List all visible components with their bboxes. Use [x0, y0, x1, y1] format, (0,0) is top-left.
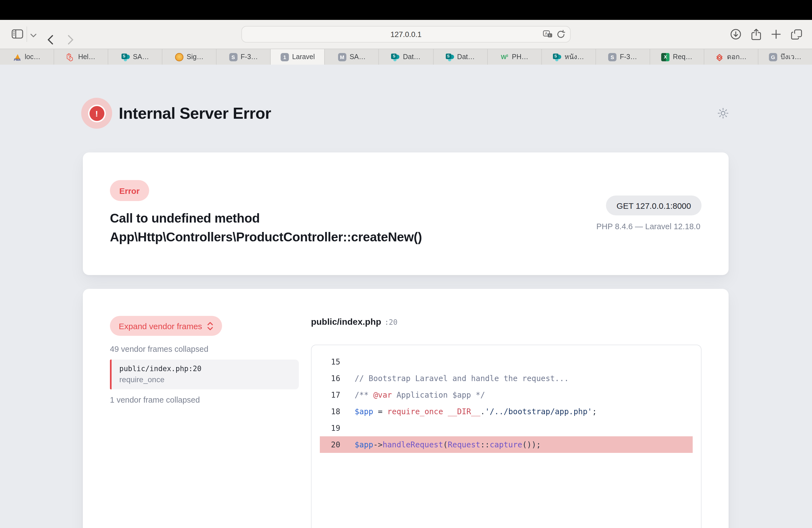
w3schools-icon: W3 — [500, 53, 508, 61]
code-line: 19 — [311, 420, 701, 436]
request-method-badge: GET 127.0.0.1:8000 — [606, 195, 701, 216]
tab-label: Req… — [673, 53, 692, 61]
error-circle-icon: ! — [81, 98, 112, 129]
tab-strip: PMAloc…Hel…SSA…Sig…SF-3…1LaravelMSA…SDat… — [0, 48, 812, 64]
tab-label: SA… — [133, 53, 149, 61]
letter-tab-icon: S — [229, 53, 237, 61]
phpmyadmin-icon: PMA — [13, 53, 21, 61]
version-info: PHP 8.4.6 — Laravel 12.18.0 — [596, 222, 700, 231]
tab-label: F-3… — [241, 53, 258, 61]
translate-icon[interactable]: A x̄ — [543, 30, 552, 38]
browser-tab[interactable]: SDat… — [379, 49, 433, 64]
code-lines: 1516// Bootstrap Laravel and handle the … — [311, 353, 701, 453]
code-line: 17/** @var Application $app */ — [311, 386, 701, 403]
tab-label: loc… — [25, 53, 41, 61]
exclamation-icon: ! — [89, 106, 104, 121]
browser-tab[interactable]: MSA… — [325, 49, 379, 64]
seal-icon — [175, 53, 184, 61]
error-message: Call to undefined method App\Http\Contro… — [110, 209, 422, 246]
browser-tab[interactable]: SF-3… — [217, 49, 271, 64]
sharepoint-icon: S — [121, 53, 130, 61]
line-number: 15 — [311, 357, 340, 366]
browser-tab[interactable]: PMAloc… — [0, 49, 54, 64]
browser-tab[interactable]: XReq… — [650, 49, 704, 64]
expand-collapse-chevrons-icon — [207, 322, 213, 330]
chevron-down-icon[interactable] — [30, 34, 37, 38]
tab-label: SA… — [350, 53, 366, 61]
browser-tab[interactable]: SSA… — [108, 49, 162, 64]
letter-tab-icon: S — [608, 53, 617, 61]
code-file-name: public/index.php — [311, 317, 381, 326]
browser-tab[interactable]: W3PH… — [488, 49, 541, 64]
tab-label: Hel… — [78, 53, 96, 61]
tab-label: Dat… — [403, 53, 421, 61]
browser-tab[interactable]: Sหนัง… — [541, 49, 596, 64]
sharepoint-icon: S — [391, 53, 400, 61]
browser-tab[interactable]: Hel… — [54, 49, 108, 64]
code-text: /** @var Application $app */ — [354, 391, 485, 399]
line-number: 16 — [311, 374, 340, 383]
vendor-frames-collapsed-bottom: 1 vendor frame collapsed — [110, 395, 200, 404]
line-number: 19 — [311, 424, 340, 432]
browser-tab[interactable]: SDat… — [433, 49, 488, 64]
sharepoint-icon: S — [446, 53, 454, 61]
tab-label: หนัง… — [565, 52, 584, 62]
stack-trace-card: Expand vendor frames 49 vendor frames co… — [83, 289, 729, 528]
tab-label: บึงเว… — [781, 52, 801, 62]
code-file-header: public/index.php:20 — [311, 317, 397, 327]
line-number: 20 — [320, 440, 340, 449]
browser-tab-active[interactable]: 1Laravel — [271, 49, 325, 64]
vendor-frames-collapsed-top: 49 vendor frames collapsed — [110, 344, 208, 353]
red-chevrons-icon — [715, 53, 724, 61]
address-bar[interactable]: 127.0.0.1 A x̄ — [242, 26, 570, 43]
letter-tab-icon: M — [338, 53, 346, 61]
tab-label: F-3… — [620, 53, 637, 61]
expand-vendor-frames-button[interactable]: Expand vendor frames — [110, 316, 222, 336]
tab-label: Sig… — [187, 53, 204, 61]
line-number: 17 — [311, 391, 340, 399]
share-icon[interactable] — [751, 28, 761, 40]
browser-toolbar: 127.0.0.1 A x̄ — [0, 20, 812, 48]
sidebar-toggle-icon[interactable] — [12, 29, 23, 39]
code-line: 18$app = require_once __DIR__.'/../boots… — [311, 403, 701, 420]
new-tab-icon[interactable] — [771, 29, 781, 39]
browser-window: 127.0.0.1 A x̄ — [0, 0, 812, 528]
code-snippet-box: 1516// Bootstrap Laravel and handle the … — [311, 344, 701, 528]
code-text: $app->handleRequest(Request::capture()); — [354, 440, 541, 449]
code-line: 16// Bootstrap Laravel and handle the re… — [311, 370, 701, 386]
code-text: $app = require_once __DIR__.'/../bootstr… — [354, 407, 597, 416]
error-message-line2: App\Http\Controllers\ProductController::… — [110, 228, 422, 246]
error-message-line1: Call to undefined method — [110, 209, 422, 228]
browser-tab[interactable]: Sig… — [162, 49, 217, 64]
tab-label: Dat… — [457, 53, 475, 61]
excel-icon: X — [661, 53, 669, 61]
menu-bar — [0, 0, 812, 20]
tab-label: ดอก… — [727, 52, 746, 62]
browser-tab[interactable]: Gบึงเว… — [758, 49, 812, 64]
url-text: 127.0.0.1 — [391, 30, 422, 39]
frame-function: require_once — [119, 375, 291, 385]
error-page: ! Internal Server Error Error Call to un… — [0, 64, 812, 528]
browser-tab[interactable]: ดอก… — [704, 49, 758, 64]
theme-toggle-sun-icon[interactable] — [717, 107, 729, 119]
forward-button-icon[interactable] — [68, 35, 73, 44]
letter-tab-icon: G — [769, 53, 777, 61]
page-title: Internal Server Error — [119, 104, 271, 122]
code-file-line-number: :20 — [385, 318, 397, 326]
stack-frame-item[interactable]: public/index.php:20 require_once — [110, 360, 299, 390]
back-button-icon[interactable] — [47, 35, 53, 44]
browser-tab[interactable]: SF-3… — [596, 49, 650, 64]
svg-text:A: A — [545, 31, 548, 35]
downloads-icon[interactable] — [730, 29, 741, 40]
tab-label: PH… — [512, 53, 528, 61]
frame-file: public/index.php:20 — [119, 364, 291, 374]
reload-icon[interactable] — [557, 30, 565, 39]
code-line-highlighted: 20$app->handleRequest(Request::capture()… — [320, 436, 693, 453]
error-summary-card: Error Call to undefined method App\Http\… — [83, 152, 729, 275]
svg-text:x̄: x̄ — [549, 34, 550, 37]
tab-overview-icon[interactable] — [791, 29, 802, 40]
toolbar-divider — [27, 27, 27, 42]
sharepoint-icon: S — [553, 53, 561, 61]
laravel-icon — [67, 53, 75, 61]
code-text: // Bootstrap Laravel and handle the requ… — [354, 374, 569, 383]
